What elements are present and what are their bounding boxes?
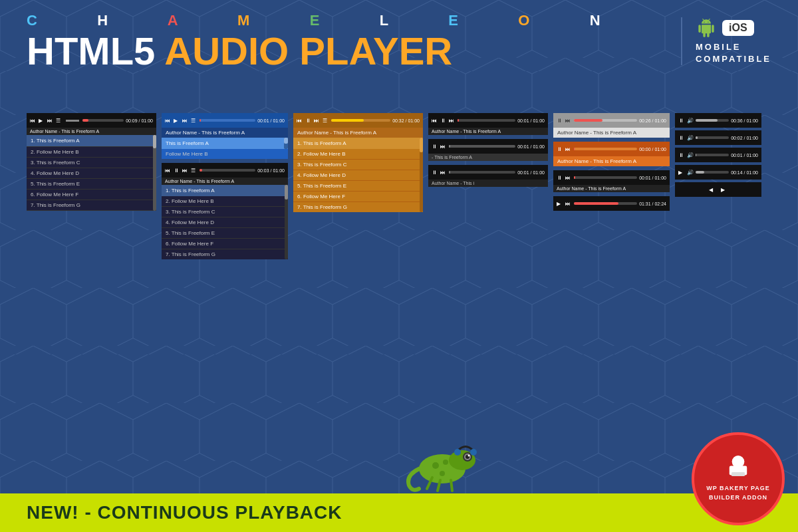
skip-back-icon-2[interactable]: ⏮ (165, 118, 172, 124)
p3-t2[interactable]: 2. Follow Me Here B (162, 196, 288, 207)
skip-back-icon[interactable]: ⏮ (30, 118, 37, 124)
plong-controls[interactable]: ▶ ⏭ 01:31 / 02:24 (553, 196, 670, 211)
skip-fwd-icon-2[interactable]: ⏭ (182, 118, 189, 124)
track-1-3[interactable]: 3. This is Freeform C (27, 158, 156, 168)
pg1-play[interactable]: ⏸ (557, 118, 563, 124)
po1-progress[interactable] (574, 148, 637, 150)
po1-play[interactable]: ⏸ (557, 146, 563, 152)
m4-play[interactable]: ▶ (678, 170, 685, 176)
player-2-track2[interactable]: Follow Me Here B (162, 149, 288, 159)
p4-t4[interactable]: 4. Follow Me Here D (293, 170, 423, 181)
skip-fwd-icon[interactable]: ⏭ (47, 118, 54, 124)
m2-play[interactable]: ⏸ (678, 135, 685, 141)
m5-controls[interactable]: ◀ ▶ (675, 182, 761, 197)
track-1-2[interactable]: 2. Follow Me Here B (27, 147, 156, 158)
player-dark-sm: ⏸ ⏭ 00:01 / 01:00 Author Name - This is … (553, 170, 670, 192)
play-icon-3[interactable]: ⏸ (174, 168, 180, 174)
skip-fwd-icon-4[interactable]: ⏭ (314, 118, 321, 124)
p3-t3[interactable]: 3. This is Freeform C (162, 207, 288, 217)
player-5-progress[interactable] (458, 119, 515, 122)
skip-fwd-icon-3[interactable]: ⏭ (182, 168, 189, 174)
player-2-controls[interactable]: ⏮ ▶ ⏭ ☰ 00:01 / 01:00 (162, 113, 288, 128)
player-3-progress[interactable] (200, 169, 255, 172)
player-orange-1: ⏸ ⏭ 00:00 / 01:00 Author Name - This is … (553, 142, 670, 166)
m3-play[interactable]: ⏸ (678, 152, 685, 158)
p6-skip[interactable]: ⏭ (440, 144, 447, 150)
p4-t2[interactable]: 2. Follow Me Here B (293, 149, 423, 160)
p4-t7[interactable]: 7. This is Freeform G (293, 202, 423, 212)
m3-progress[interactable] (696, 154, 729, 156)
track-1-6[interactable]: 6. Follow Me Here F (27, 190, 156, 200)
player-4-progress[interactable] (331, 119, 390, 122)
m1-controls[interactable]: ⏸ 🔊 00:36 / 01:00 (675, 113, 761, 128)
player-6-controls[interactable]: ⏸ ⏭ 00:01 / 01:00 (428, 139, 548, 154)
pdark-controls[interactable]: ⏸ ⏭ 00:01 / 01:00 (553, 170, 670, 185)
plong-fwd[interactable]: ⏭ (565, 201, 572, 207)
playlist-icon-3[interactable]: ☰ (191, 168, 198, 174)
pdark-skip[interactable]: ⏭ (565, 175, 572, 181)
header-right: iOS MOBILE COMPATIBLE (681, 17, 771, 65)
m1-vol[interactable]: 🔊 (687, 118, 694, 124)
p5-skip-fwd[interactable]: ⏭ (449, 118, 456, 124)
track-1-1[interactable]: 1. This is Freeform A (27, 135, 156, 147)
m1-progress[interactable] (696, 119, 729, 122)
player-6-progress[interactable] (449, 145, 515, 148)
plong-progress[interactable] (574, 202, 637, 205)
play-icon-4[interactable]: ⏸ (305, 118, 312, 124)
m5-next[interactable]: ▶ (721, 187, 728, 193)
p3-t7[interactable]: 7. This is Freeform G (162, 249, 288, 259)
playlist-icon-4[interactable]: ☰ (323, 118, 329, 124)
player-7-progress[interactable] (449, 171, 515, 174)
p3-t4[interactable]: 4. Follow Me Here D (162, 217, 288, 228)
p5-skip-back[interactable]: ⏮ (432, 118, 438, 124)
po1-controls[interactable]: ⏸ ⏭ 00:00 / 01:00 (553, 142, 670, 156)
play-icon[interactable]: ▶ (39, 118, 45, 124)
skip-back-icon-3[interactable]: ⏮ (165, 168, 172, 174)
skip-back-icon-4[interactable]: ⏮ (297, 118, 303, 124)
player-2-progress[interactable] (200, 119, 255, 122)
player-1-controls[interactable]: ⏮ ▶ ⏭ ☰ 00:09 / 01:00 (27, 113, 156, 128)
p4-t5[interactable]: 5. This is Freeform E (293, 181, 423, 192)
play-icon-2[interactable]: ▶ (174, 118, 180, 124)
pdark-progress[interactable] (574, 176, 637, 179)
m3-vol[interactable]: 🔊 (687, 152, 694, 158)
m3-controls[interactable]: ⏸ 🔊 00:01 / 01:00 (675, 148, 761, 162)
p6-play[interactable]: ⏸ (432, 144, 438, 150)
po1-skip[interactable]: ⏭ (565, 146, 572, 152)
player-1-progress[interactable] (82, 119, 124, 122)
p5-play[interactable]: ⏸ (440, 118, 447, 124)
player-2-active[interactable]: This is Freeform A (162, 138, 288, 149)
player-2-title: Author Name - This is Freeform A (162, 128, 288, 138)
pg1-controls[interactable]: ⏸ ⏭ 00:26 / 01:00 (553, 113, 670, 128)
track-1-5[interactable]: 5. This is Freeform E (27, 179, 156, 190)
player-3-controls[interactable]: ⏮ ⏸ ⏭ ☰ 00:03 / 01:00 (162, 163, 288, 178)
p4-t1-active[interactable]: 1. This is Freeform A (293, 138, 423, 149)
pg1-skip[interactable]: ⏭ (565, 118, 572, 124)
player-7-controls[interactable]: ⏸ ⏭ 00:01 / 01:00 (428, 165, 548, 180)
m4-vol[interactable]: 🔊 (687, 170, 694, 176)
player-5-controls[interactable]: ⏮ ⏸ ⏭ 00:01 / 01:00 (428, 113, 548, 128)
plong-play[interactable]: ▶ (557, 201, 563, 207)
player-4-controls[interactable]: ⏮ ⏸ ⏭ ☰ 00:32 / 01:00 (293, 113, 423, 128)
playlist-icon[interactable]: ☰ (56, 118, 63, 124)
m4-controls[interactable]: ▶ 🔊 00:14 / 01:00 (675, 165, 761, 180)
p7-skip[interactable]: ⏭ (440, 170, 447, 176)
m5-prev[interactable]: ◀ (709, 187, 716, 193)
player-col-right: ⏸ ⏭ 00:26 / 01:00 Author Name - This is … (553, 113, 670, 211)
playlist-icon-2[interactable]: ☰ (191, 118, 198, 124)
m2-vol[interactable]: 🔊 (687, 135, 694, 141)
m4-progress[interactable] (696, 171, 729, 174)
p3-t6[interactable]: 6. Follow Me Here F (162, 239, 288, 249)
scrollbar-1[interactable] (153, 135, 156, 211)
track-1-4[interactable]: 4. Follow Me Here D (27, 168, 156, 179)
track-1-7[interactable]: 7. This is Freeform G (27, 200, 156, 211)
pg1-progress[interactable] (574, 119, 637, 122)
p7-play[interactable]: ⏸ (432, 170, 438, 176)
p4-t3[interactable]: 3. This is Freeform C (293, 160, 423, 170)
m1-play[interactable]: ⏸ (678, 118, 685, 124)
p4-t6[interactable]: 6. Follow Me Here F (293, 192, 423, 202)
pdark-play[interactable]: ⏸ (557, 175, 563, 181)
m2-controls[interactable]: ⏸ 🔊 00:02 / 01:00 (675, 130, 761, 145)
m2-progress[interactable] (696, 136, 729, 139)
p3-t5[interactable]: 5. This is Freeform E (162, 228, 288, 239)
